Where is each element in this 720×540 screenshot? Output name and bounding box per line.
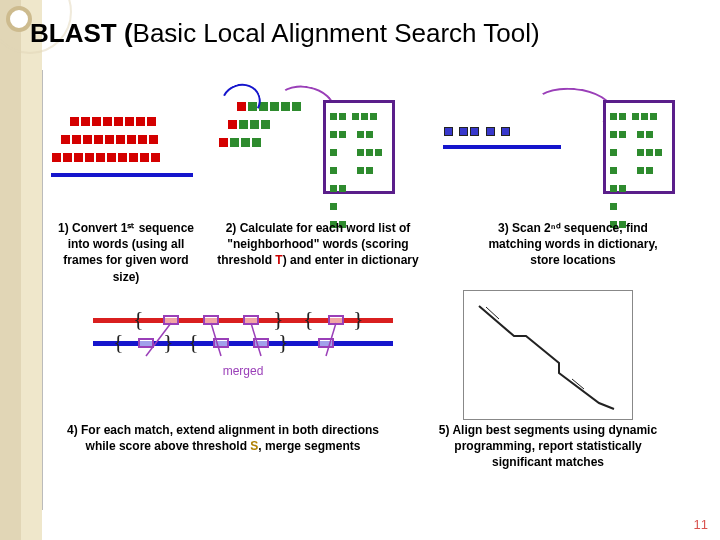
svg-line-2 <box>251 323 261 356</box>
merged-label: merged <box>93 364 393 378</box>
step2-caption: 2) Calculate for each word list of "neig… <box>213 220 423 269</box>
step5-graphic <box>463 290 633 420</box>
sequence-line-icon <box>51 173 193 177</box>
step3-graphic <box>443 123 561 149</box>
cross-lines-icon <box>93 318 393 363</box>
row-2: { } { } { } { } <box>43 310 702 490</box>
svg-line-1 <box>211 323 221 356</box>
title-bold: BLAST ( <box>30 18 133 48</box>
title-rest: Basic Local Alignment Search Tool) <box>133 18 540 48</box>
threshold-T: T <box>275 253 282 267</box>
step3-caption: 3) Scan 2ⁿᵈ sequence, find matching word… <box>473 220 673 269</box>
side-stripe <box>0 0 42 540</box>
step1-graphic <box>51 113 193 177</box>
dictionary-box <box>323 100 395 194</box>
dictionary-box-2 <box>603 100 675 194</box>
step4-caption: 4) For each match, extend alignment in b… <box>53 422 393 454</box>
step1-caption: 1) Convert 1ˢᵗ sequence into words (usin… <box>51 220 201 285</box>
svg-line-3 <box>326 323 336 356</box>
page-number: 11 <box>694 517 708 532</box>
slide-title: BLAST (Basic Local Alignment Search Tool… <box>30 18 540 49</box>
step5-caption: 5) Align best segments using dynamic pro… <box>433 422 663 471</box>
step4-graphic: { } { } { } { } <box>93 300 393 378</box>
row-1: 1) Convert 1ˢᵗ sequence into words (usin… <box>43 88 702 208</box>
content-area: 1) Convert 1ˢᵗ sequence into words (usin… <box>42 70 702 510</box>
svg-line-0 <box>146 323 171 356</box>
